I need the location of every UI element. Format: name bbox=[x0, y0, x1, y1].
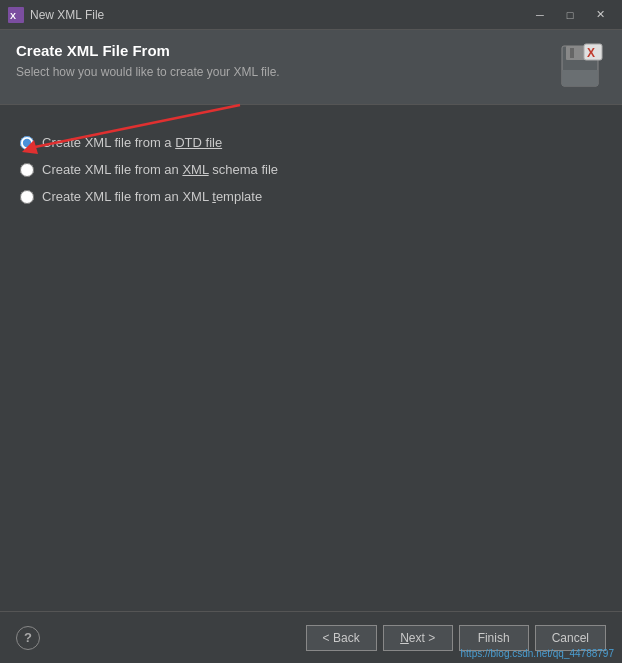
back-button[interactable]: < Back bbox=[306, 625, 377, 651]
dialog-header: Create XML File From Select how you woul… bbox=[0, 30, 622, 105]
help-button[interactable]: ? bbox=[16, 626, 40, 650]
svg-rect-5 bbox=[562, 70, 598, 86]
watermark-link: https://blog.csdn.net/qq_44788797 bbox=[461, 648, 614, 659]
radio-label-template: Create XML file from an XML template bbox=[42, 189, 262, 204]
svg-text:X: X bbox=[10, 11, 16, 21]
maximize-button[interactable]: □ bbox=[556, 4, 584, 26]
cancel-button[interactable]: Cancel bbox=[535, 625, 606, 651]
dialog-header-title: Create XML File From bbox=[16, 42, 558, 59]
dialog-body: Create XML file from a DTD file Create X… bbox=[0, 105, 622, 611]
minimize-button[interactable]: ─ bbox=[526, 4, 554, 26]
footer-left: ? bbox=[16, 626, 40, 650]
radio-dtd[interactable] bbox=[20, 136, 34, 150]
dialog: Create XML File From Select how you woul… bbox=[0, 30, 622, 663]
title-bar: X New XML File ─ □ ✕ bbox=[0, 0, 622, 30]
radio-label-dtd: Create XML file from a DTD file bbox=[42, 135, 222, 150]
title-bar-title: New XML File bbox=[30, 8, 104, 22]
svg-text:X: X bbox=[587, 46, 595, 60]
back-label: < Back bbox=[323, 631, 360, 645]
next-label: Next > bbox=[400, 631, 435, 645]
xml-header-icon: X bbox=[558, 42, 606, 90]
radio-label-schema: Create XML file from an XML schema file bbox=[42, 162, 278, 177]
template-underline: t bbox=[212, 189, 216, 204]
radio-schema[interactable] bbox=[20, 163, 34, 177]
close-button[interactable]: ✕ bbox=[586, 4, 614, 26]
xml-underline: XML bbox=[182, 162, 208, 177]
footer-buttons: < Back Next > Finish Cancel bbox=[306, 625, 606, 651]
radio-template[interactable] bbox=[20, 190, 34, 204]
dialog-header-text: Create XML File From Select how you woul… bbox=[16, 42, 558, 79]
next-button[interactable]: Next > bbox=[383, 625, 453, 651]
radio-item-dtd[interactable]: Create XML file from a DTD file bbox=[20, 135, 602, 150]
title-bar-left: X New XML File bbox=[8, 7, 104, 23]
title-bar-controls: ─ □ ✕ bbox=[526, 4, 614, 26]
radio-item-schema[interactable]: Create XML file from an XML schema file bbox=[20, 162, 602, 177]
svg-rect-4 bbox=[570, 48, 574, 58]
finish-button[interactable]: Finish bbox=[459, 625, 529, 651]
dtd-underline: DTD file bbox=[175, 135, 222, 150]
dialog-header-subtitle: Select how you would like to create your… bbox=[16, 65, 558, 79]
radio-group: Create XML file from a DTD file Create X… bbox=[20, 135, 602, 204]
title-bar-icon: X bbox=[8, 7, 24, 23]
radio-item-template[interactable]: Create XML file from an XML template bbox=[20, 189, 602, 204]
